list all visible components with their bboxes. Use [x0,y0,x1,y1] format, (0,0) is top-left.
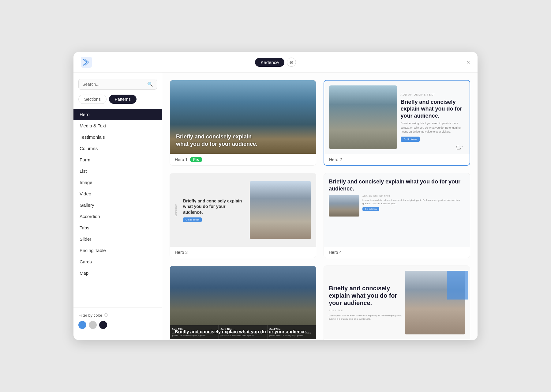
hero4-content: Add an online text Lorem ipsum dolor sit… [362,195,465,211]
brand-label: Kadence [255,58,284,67]
search-box[interactable]: 🔍 [78,79,157,90]
hero4-desc: Lorem ipsum dolor sit amet, consectetur … [362,198,465,205]
card-hero2[interactable]: Add an online text Briefly and concisely… [324,80,470,166]
content-area: 🔍 Sections Patterns Hero Media & Text Te… [73,73,478,340]
tab-row: Sections Patterns [73,95,162,109]
card-preview-hero1: Briefly and concisely explainwhat you do… [170,80,316,154]
card-footer-hero1: Hero 1 Pro [170,154,316,165]
card-hero5[interactable]: Briefly and concisely explain what you d… [170,266,316,340]
filter-dots [78,321,157,329]
hero6-background: Briefly and concisely explain what you d… [324,266,470,339]
card-label-hero3: Hero 3 [175,250,188,255]
card-label-hero1: Hero 1 [175,157,188,162]
nav-item-tabs[interactable]: Tabs [73,222,162,233]
card-preview-hero5: Briefly and concisely explain what you d… [170,266,316,339]
search-wrap: 🔍 [73,79,162,95]
hero2-cta-button: Get to know [401,137,420,142]
info-icon: ⓘ [104,313,108,318]
search-icon: 🔍 [147,81,153,87]
hero4-row: Add an online text Lorem ipsum dolor sit… [329,195,465,217]
tab-sections[interactable]: Sections [78,95,107,104]
nav-item-hero[interactable]: Hero [73,109,162,120]
nav-item-media-text[interactable]: Media & Text [73,120,162,131]
sidebar: 🔍 Sections Patterns Hero Media & Text Te… [73,73,162,340]
logo [81,57,92,68]
hero3-mountain-image [250,181,311,239]
nav-item-accordion[interactable]: Accordion [73,211,162,222]
hero2-desc: Consider using this if you need to provi… [401,122,465,134]
card-footer-hero5: Hero 5 [170,339,316,340]
hero4-cta-button: Get to follow [362,207,379,211]
nav-item-columns[interactable]: Columns [73,143,162,154]
svg-rect-0 [81,57,92,68]
hero1-text: Briefly and concisely explainwhat you do… [176,133,257,148]
titlebar: Kadence ⊕ × [73,52,478,73]
color-dot-gray[interactable] [89,321,97,329]
hero4-background: Briefly and concisely explain what you d… [324,173,470,247]
card-footer-hero2: Hero 2 [324,154,470,165]
hero4-mountain-image [329,195,359,217]
card-preview-hero6: Briefly and concisely explain what you d… [324,266,470,339]
nav-item-slider[interactable]: Slider [73,233,162,245]
card-hero1[interactable]: Briefly and concisely explainwhat you do… [170,80,316,166]
close-button[interactable]: × [467,59,470,65]
pro-badge-hero1: Pro [190,157,202,162]
hero6-title: Briefly and concisely explain what you d… [329,285,405,307]
hero6-subtitle: SUBTITLE [329,309,405,312]
hero2-title: Briefly and concisely explain what you d… [401,99,465,119]
nav-item-map[interactable]: Map [73,267,162,279]
color-dot-dark[interactable] [99,321,107,329]
hero2-content: Add an online text Briefly and concisely… [401,93,465,142]
app-window: Kadence ⊕ × 🔍 Sections Patterns Hero Med [73,52,478,340]
card-footer-hero4: Hero 4 [324,247,470,258]
hero4-eyebrow: Add an online text [362,195,465,197]
hero6-left-content: Briefly and concisely explain what you d… [329,271,405,334]
filter-section: Filter by color ⓘ [73,307,162,334]
hero1-background: Briefly and concisely explainwhat you do… [170,80,316,154]
hero5-background: Briefly and concisely explain what you d… [170,266,316,339]
card-preview-hero2: Add an online text Briefly and concisely… [324,81,470,154]
hero3-text-area: Briefly and concisely explain what you d… [183,198,246,222]
hero2-mountain-image [329,85,397,149]
nav-list: Hero Media & Text Testimonials Columns F… [73,109,162,307]
hero3-cta-button: Get to action [183,217,202,222]
hero6-blue-accent [447,271,468,300]
hero2-background: Add an online text Briefly and concisely… [324,81,470,154]
card-hero3[interactable]: Lorem ipsum Briefly and concisely explai… [170,173,316,258]
card-label-hero4: Hero 4 [329,250,342,255]
color-dot-blue[interactable] [78,321,86,329]
nav-item-list[interactable]: List [73,165,162,177]
hero3-vertical-text: Lorem ipsum [175,204,177,216]
hero5-title: Briefly and concisely explain what you d… [175,329,307,335]
tab-patterns[interactable]: Patterns [109,95,137,104]
card-preview-hero4: Briefly and concisely explain what you d… [324,173,470,247]
nav-item-video[interactable]: Video [73,188,162,199]
nav-item-pricing-table[interactable]: Pricing Table [73,245,162,256]
card-preview-hero3: Lorem ipsum Briefly and concisely explai… [170,173,316,247]
hero3-title: Briefly and concisely explain what you d… [183,198,246,215]
card-label-hero2: Hero 2 [329,157,342,162]
card-hero6[interactable]: Briefly and concisely explain what you d… [324,266,470,340]
main-content: Briefly and concisely explainwhat you do… [162,73,478,340]
hero4-title: Briefly and concisely explain what you d… [329,178,465,192]
card-footer-hero6: Hero 6 [324,339,470,340]
title-pill: Kadence ⊕ [255,58,296,67]
add-button[interactable]: ⊕ [287,58,296,67]
cards-grid: Briefly and concisely explainwhat you do… [170,80,470,340]
filter-label: Filter by color ⓘ [78,313,157,318]
card-footer-hero3: Hero 3 [170,247,316,258]
card-hero4[interactable]: Briefly and concisely explain what you d… [324,173,470,258]
hero3-background: Lorem ipsum Briefly and concisely explai… [170,173,316,247]
hero2-eyebrow: Add an online text [401,93,465,96]
nav-item-cards[interactable]: Cards [73,256,162,267]
nav-item-gallery[interactable]: Gallery [73,199,162,211]
search-input[interactable] [82,82,145,87]
nav-item-testimonials[interactable]: Testimonials [73,131,162,143]
hero6-desc: Lorem ipsum dolor sit amet, consectetur … [329,314,405,321]
nav-item-image[interactable]: Image [73,177,162,188]
cursor-icon: ☞ [456,143,463,153]
plus-icon: ⊕ [289,59,293,65]
nav-item-form[interactable]: Form [73,154,162,165]
